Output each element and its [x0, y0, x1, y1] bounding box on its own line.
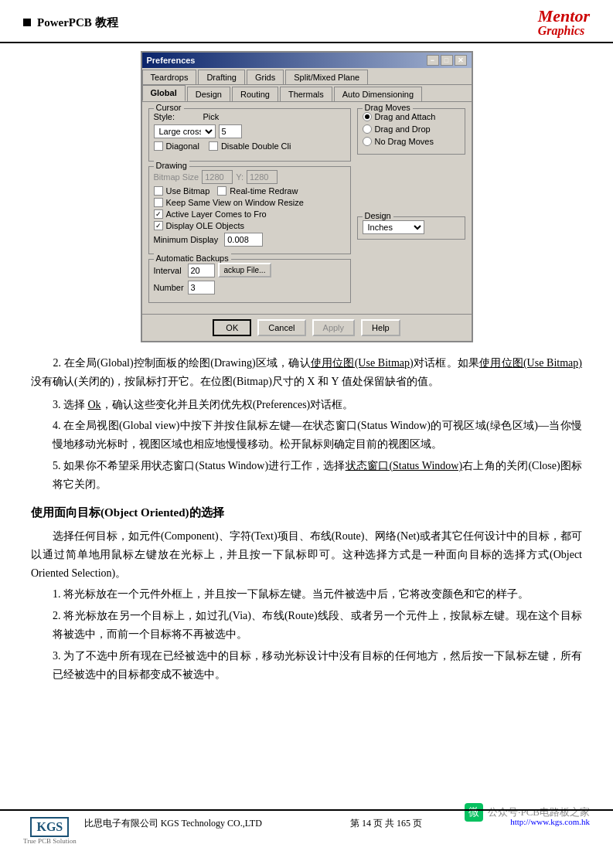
drag-drop-label: Drag and Drop [375, 124, 431, 134]
tab-routing[interactable]: Routing [232, 87, 278, 101]
dialog-titlebar: Preferences − □ ✕ [142, 53, 472, 68]
bitmap-x-input [202, 170, 233, 184]
drag-drop-radio[interactable] [363, 124, 372, 134]
use-bitmap-checkbox[interactable] [154, 186, 163, 196]
no-drag-radio[interactable] [363, 137, 372, 146]
cursor-pick-input[interactable] [219, 124, 242, 138]
keep-same-view-checkbox[interactable] [154, 198, 163, 207]
tab-design[interactable]: Design [187, 87, 230, 101]
dialog-title: Preferences [147, 56, 196, 65]
drawing-group: Drawing Bitmap Size Y: Use Bitmap Real-t… [148, 166, 351, 254]
page-footer: KGS True PCB Solution 比思电子有限公司 KGS Techn… [0, 809, 613, 845]
dialog-screenshot-area: Preferences − □ ✕ Teardrops Drafting Gri… [23, 51, 590, 342]
close-button[interactable]: ✕ [455, 55, 467, 66]
tab-split-mixed-plane[interactable]: Split/Mixed Plane [285, 70, 368, 84]
header-square-icon [23, 19, 31, 26]
number-row: Number [154, 281, 346, 294]
titlebar-buttons: − □ ✕ [427, 55, 467, 66]
para2-prefix: 2. 在全局(Global)控制面板的绘图(Drawing)区域，确认 [31, 357, 311, 369]
bitmap-size-label: Bitmap Size [154, 172, 199, 182]
list-item-3: 3. 为了不选中所有现在已经被选中的目标，移动光标设计中没有目标的任何地方，然后… [31, 647, 582, 684]
display-ole-label: Display OLE Objects [166, 221, 244, 230]
bitmap-y-input [247, 170, 278, 184]
tab-grids[interactable]: Grids [247, 70, 284, 84]
para2-mid: 对话框。如果 [414, 357, 479, 369]
design-group-label: Design [363, 211, 393, 220]
apply-button[interactable]: Apply [312, 319, 356, 336]
header-title: PowerPCB 教程 [37, 15, 118, 30]
drag-moves-group: Drag Moves Drag and Attach Drag and Drop… [357, 108, 465, 155]
help-button[interactable]: Help [361, 319, 400, 336]
interval-label: Interval [154, 266, 185, 275]
number-input[interactable] [188, 281, 215, 294]
maximize-button[interactable]: □ [441, 55, 453, 66]
cursor-style-select[interactable]: Large cross [154, 124, 216, 138]
drag-attach-radio[interactable] [363, 112, 372, 121]
interval-row: Interval ackup File... [154, 263, 346, 277]
backups-group-label: Automatic Backups [154, 254, 231, 263]
tab-global[interactable]: Global [142, 85, 186, 101]
drawing-group-label: Drawing [154, 161, 189, 170]
diagonal-label: Diagonal [166, 141, 199, 151]
cursor-style-label: Style: [154, 112, 185, 121]
interval-input[interactable] [188, 264, 215, 277]
min-display-input[interactable] [224, 233, 263, 247]
header-title-area: PowerPCB 教程 [23, 15, 118, 30]
ok-button[interactable]: OK [213, 319, 251, 336]
footer-page-info: 第 14 页 共 165 页 [350, 817, 422, 830]
para3-num: 3. 选择 [53, 399, 88, 410]
active-layer-checkbox[interactable] [154, 209, 163, 219]
cancel-button[interactable]: Cancel [257, 319, 305, 336]
tab-auto-dimensioning[interactable]: Auto Dimensioning [334, 87, 422, 101]
design-group: Design Inches [357, 216, 465, 240]
para2-rest: 没有确认(关闭的)，按鼠标打开它。在位图(Bitmap)尺寸的 X 和 Y 值处… [31, 376, 439, 387]
list1-text: 将光标放在一个元件外框上，并且按一下鼠标左键。当元件被选中后，它将改变颜色和它的… [63, 588, 529, 600]
para2-link1: 使用位图(Use Bitmap) [311, 357, 414, 369]
dialog-body: Cursor Style: Pick Large cross [142, 102, 472, 314]
para3-rest: ，确认这些变化并且关闭优先权(Preferences)对话框。 [101, 399, 354, 410]
keep-same-view-label: Keep Same View on Window Resize [166, 198, 304, 207]
disable-dbl-label: Disable Double Cli [221, 141, 291, 151]
list1-num: 1. [53, 588, 63, 600]
main-content: 2. 在全局(Global)控制面板的绘图(Drawing)区域，确认使用位图(… [0, 354, 613, 683]
minimize-button[interactable]: − [427, 55, 439, 66]
para4-text: 4. 在全局视图(Global view)中按下并按住鼠标左键—在状态窗口(St… [53, 420, 582, 450]
no-drag-label: No Drag Moves [375, 137, 434, 146]
list-item-1: 1. 将光标放在一个元件外框上，并且按一下鼠标左键。当元件被选中后，它将改变颜色… [31, 585, 582, 604]
diagonal-checkbox[interactable] [154, 141, 163, 151]
use-bitmap-label: Use Bitmap [166, 186, 210, 196]
footer-website: http://www.kgs.com.hk [510, 817, 590, 826]
tabs-row-1: Teardrops Drafting Grids Split/Mixed Pla… [142, 68, 472, 85]
dialog-right-column: Drag Moves Drag and Attach Drag and Drop… [357, 108, 465, 308]
use-bitmap-row: Use Bitmap Real-time Redraw [154, 186, 346, 196]
realtime-redraw-checkbox[interactable] [217, 186, 226, 196]
footer-left: KGS True PCB Solution 比思电子有限公司 KGS Techn… [23, 817, 262, 845]
cursor-inputs-row: Large cross [154, 124, 346, 138]
backup-file-button[interactable]: ackup File... [218, 263, 272, 277]
dialog-left-column: Cursor Style: Pick Large cross [148, 108, 351, 308]
paragraph-3: 3. 选择 Ok，确认这些变化并且关闭优先权(Preferences)对话框。 [31, 396, 582, 414]
tab-drafting[interactable]: Drafting [198, 70, 245, 84]
list2-num: 2. [53, 610, 63, 621]
cursor-group: Cursor Style: Pick Large cross [148, 108, 351, 162]
para2-link2: 使用位图(Use Bitmap) [479, 357, 582, 369]
cursor-pick-label: Pick [203, 112, 234, 121]
tab-teardrops[interactable]: Teardrops [142, 70, 197, 84]
cursor-checkboxes-row: Diagonal Disable Double Cli [154, 141, 346, 153]
list-item-2: 2. 将光标放在另一个目标上，如过孔(Via)、布线(Route)线段、或者另一… [31, 607, 582, 644]
disable-dbl-checkbox-row: Disable Double Cli [209, 141, 291, 151]
disable-dbl-checkbox[interactable] [209, 141, 218, 151]
bitmap-size-row: Bitmap Size Y: [154, 170, 346, 184]
display-ole-row: Display OLE Objects [154, 221, 346, 230]
tab-thermals[interactable]: Thermals [280, 87, 332, 101]
active-layer-row: Active Layer Comes to Fro [154, 209, 346, 219]
list3-text: 为了不选中所有现在已经被选中的目标，移动光标设计中没有目标的任何地方，然后按一下… [53, 650, 582, 680]
design-select[interactable]: Inches [363, 220, 424, 234]
display-ole-checkbox[interactable] [154, 221, 163, 230]
min-display-row: Minimum Display [154, 233, 346, 247]
min-display-label: Minimum Display [154, 235, 219, 244]
kgs-logo: KGS True PCB Solution [23, 817, 77, 845]
backups-group: Automatic Backups Interval ackup File...… [148, 259, 351, 303]
paragraph-4: 4. 在全局视图(Global view)中按下并按住鼠标左键—在状态窗口(St… [31, 417, 582, 454]
preferences-dialog: Preferences − □ ✕ Teardrops Drafting Gri… [141, 51, 473, 342]
